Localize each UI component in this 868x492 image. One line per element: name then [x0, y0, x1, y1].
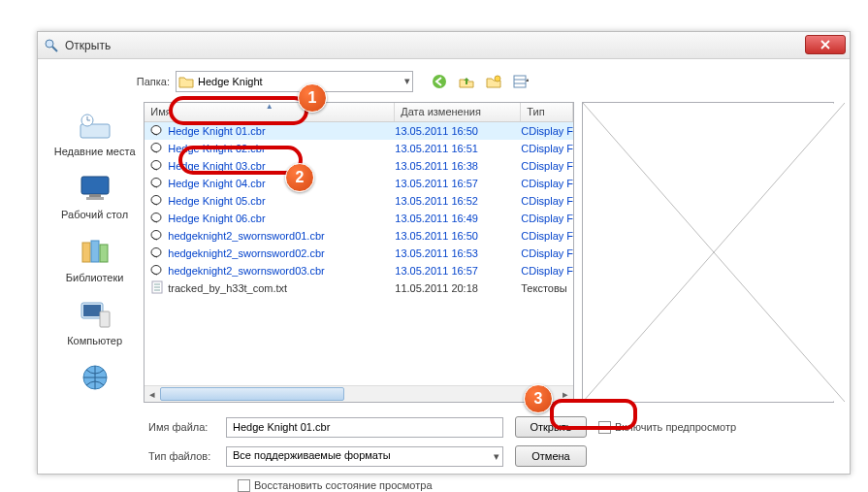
file-icon [150, 280, 164, 296]
annotation-badge-1: 1 [298, 83, 327, 113]
window-title: Открыть [65, 39, 111, 52]
annotation-badge-3: 3 [524, 384, 553, 413]
column-type[interactable]: Тип [521, 103, 573, 121]
svg-rect-12 [82, 243, 90, 262]
up-button[interactable] [456, 71, 477, 92]
cancel-button[interactable]: Отмена [515, 445, 587, 467]
file-icon [150, 246, 164, 261]
svg-rect-14 [100, 245, 108, 262]
place-network[interactable] [46, 358, 144, 400]
file-name: Hedge Knight 03.cbr [168, 160, 265, 172]
titlebar: Открыть [38, 32, 850, 59]
file-date: 13.05.2011 16:49 [395, 213, 521, 224]
checkbox-icon [238, 479, 250, 492]
folder-combo[interactable]: ▾ [176, 71, 413, 92]
file-row[interactable]: Hedge Knight 01.cbr13.05.2011 16:50CDisp… [145, 122, 573, 140]
folder-label: Папка: [96, 76, 170, 87]
svg-point-0 [46, 40, 53, 48]
file-icon [150, 141, 164, 156]
place-libraries[interactable]: Библиотеки [46, 232, 144, 285]
place-computer[interactable]: Компьютер [46, 295, 144, 348]
file-type: CDisplay F [521, 160, 573, 172]
file-icon [150, 176, 164, 191]
svg-rect-4 [514, 76, 526, 87]
svg-rect-17 [100, 312, 110, 327]
file-name: Hedge Knight 02.cbr [168, 143, 265, 154]
view-mode-button[interactable] [510, 71, 531, 92]
file-name: Hedge Knight 04.cbr [168, 178, 265, 189]
file-date: 13.05.2011 16:52 [395, 195, 521, 207]
file-name: tracked_by_h33t_com.txt [168, 282, 287, 294]
svg-point-2 [433, 75, 446, 88]
chevron-down-icon[interactable]: ▾ [494, 450, 499, 463]
file-name: hedgeknight2_swornsword02.cbr [168, 247, 324, 259]
svg-rect-13 [91, 241, 99, 262]
file-icon [150, 123, 164, 139]
horizontal-scrollbar[interactable]: ◂ ▸ [145, 385, 573, 402]
file-row[interactable]: Hedge Knight 03.cbr13.05.2011 16:38CDisp… [145, 157, 573, 175]
file-icon [150, 228, 164, 244]
file-name: hedgeknight2_swornsword03.cbr [168, 265, 324, 277]
file-date: 13.05.2011 16:57 [395, 265, 521, 277]
file-name: Hedge Knight 06.cbr [168, 213, 265, 224]
open-button[interactable]: Открыть [515, 416, 587, 438]
svg-point-3 [495, 76, 500, 82]
folder-icon [178, 74, 194, 89]
preview-checkbox[interactable]: Включить предпросмотр [598, 421, 736, 434]
file-list: Имя▲ Дата изменения Тип Hedge Knight 01.… [144, 102, 574, 403]
checkbox-icon [598, 421, 611, 434]
file-type: CDisplay F [521, 247, 573, 259]
column-name[interactable]: Имя▲ [145, 103, 395, 121]
file-icon [150, 211, 164, 226]
file-row[interactable]: hedgeknight2_swornsword02.cbr13.05.2011 … [145, 245, 573, 262]
close-button[interactable] [805, 35, 846, 54]
preview-pane [582, 102, 834, 403]
file-type: CDisplay F [521, 125, 573, 137]
file-type: Текстовы [521, 282, 573, 294]
file-name: hedgeknight2_swornsword01.cbr [168, 230, 324, 242]
scroll-left-icon[interactable]: ◂ [145, 386, 160, 403]
file-row[interactable]: Hedge Knight 06.cbr13.05.2011 16:49CDisp… [145, 210, 573, 227]
app-icon [44, 38, 59, 53]
sort-asc-icon: ▲ [266, 102, 273, 111]
restore-checkbox[interactable]: Восстановить состояние просмотра [238, 479, 433, 492]
svg-rect-7 [80, 124, 110, 138]
svg-rect-11 [86, 197, 104, 200]
file-type: CDisplay F [521, 195, 573, 207]
computer-icon [78, 297, 113, 332]
file-date: 13.05.2011 16:51 [395, 143, 521, 154]
file-icon [150, 263, 164, 279]
file-row[interactable]: hedgeknight2_swornsword01.cbr13.05.2011 … [145, 227, 573, 245]
back-button[interactable] [429, 71, 450, 92]
filetype-label: Тип файлов: [148, 450, 226, 462]
recent-icon [78, 108, 113, 143]
place-desktop[interactable]: Рабочий стол [46, 169, 144, 222]
filename-input[interactable] [226, 417, 503, 438]
places-bar: Недавние места Рабочий стол Библиотеки К… [46, 102, 144, 403]
svg-rect-10 [89, 194, 101, 197]
scroll-thumb[interactable] [160, 387, 344, 401]
filename-label: Имя файла: [148, 421, 226, 433]
file-row[interactable]: Hedge Knight 04.cbr13.05.2011 16:57CDisp… [145, 175, 573, 192]
folder-input[interactable] [176, 71, 413, 92]
network-icon [78, 360, 113, 395]
file-row[interactable]: hedgeknight2_swornsword03.cbr13.05.2011 … [145, 262, 573, 279]
file-row[interactable]: tracked_by_h33t_com.txt11.05.2011 20:18Т… [145, 279, 573, 297]
file-icon [150, 193, 164, 209]
file-type: CDisplay F [521, 178, 573, 189]
file-type: CDisplay F [521, 143, 573, 154]
file-row[interactable]: Hedge Knight 05.cbr13.05.2011 16:52CDisp… [145, 192, 573, 210]
svg-rect-16 [83, 305, 101, 316]
place-recent[interactable]: Недавние места [46, 106, 144, 159]
open-dialog: Открыть Папка: ▾ [37, 31, 851, 475]
svg-line-1 [52, 47, 57, 51]
file-row[interactable]: Hedge Knight 02.cbr13.05.2011 16:51CDisp… [145, 140, 573, 157]
column-date[interactable]: Дата изменения [395, 103, 521, 121]
new-folder-button[interactable] [483, 71, 504, 92]
file-date: 13.05.2011 16:57 [395, 178, 521, 189]
chevron-down-icon[interactable]: ▾ [404, 75, 410, 87]
file-name: Hedge Knight 05.cbr [168, 195, 265, 207]
filetype-combo[interactable]: Все поддерживаемые форматы▾ [226, 446, 503, 467]
file-date: 11.05.2011 20:18 [395, 282, 521, 294]
scroll-right-icon[interactable]: ▸ [558, 386, 573, 403]
